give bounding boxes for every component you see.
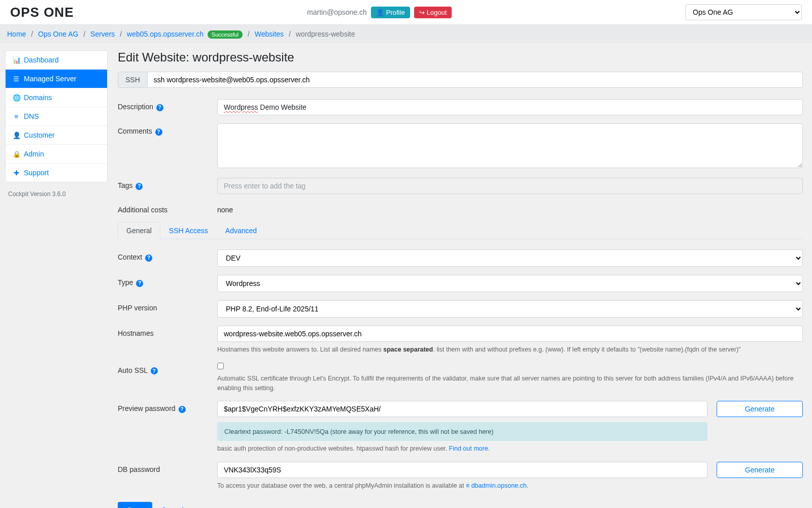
sidebar-item-support[interactable]: ✚ Support <box>6 164 107 182</box>
breadcrumb-home[interactable]: Home <box>7 30 26 38</box>
save-button[interactable]: Save <box>118 502 152 508</box>
label-db-password: DB password <box>118 465 160 473</box>
org-select[interactable]: Ops One AG <box>685 4 802 20</box>
sidebar-item-dashboard[interactable]: 📊 Dashboard <box>6 51 107 70</box>
help-icon[interactable]: ? <box>151 367 158 374</box>
sidebar-item-admin[interactable]: 🔒 Admin <box>6 145 107 164</box>
hostnames-hint: Hostnames this website answers to. List … <box>217 345 803 355</box>
sidebar-item-label: Admin <box>24 150 44 158</box>
server-icon: ☰ <box>13 75 20 83</box>
label-preview-password: Preview password <box>118 404 176 412</box>
tab-ssh-access[interactable]: SSH Access <box>160 222 217 239</box>
breadcrumb-servers[interactable]: Servers <box>90 30 115 38</box>
sidebar-item-label: Managed Server <box>24 75 77 83</box>
user-email: martin@opsone.ch <box>307 8 367 16</box>
sidebar-item-label: Customer <box>24 131 55 139</box>
tab-advanced[interactable]: Advanced <box>217 222 265 239</box>
logo: OPS ONE <box>10 5 74 20</box>
breadcrumb-current: wordpress-website <box>296 30 355 38</box>
page-title: Edit Website: wordpress-website <box>118 50 803 65</box>
db-hint: To access your database over the web, a … <box>217 481 803 491</box>
label-tags: Tags <box>118 181 133 189</box>
label-description: Description <box>118 103 153 111</box>
main-content: Edit Website: wordpress-website SSH Desc… <box>113 43 812 508</box>
breadcrumb-org[interactable]: Ops One AG <box>38 30 78 38</box>
sidebar-item-label: Domains <box>24 93 52 102</box>
generate-db-button[interactable]: Generate <box>717 462 803 478</box>
help-icon[interactable]: ? <box>136 183 143 190</box>
database-icon: ≡ <box>13 113 20 120</box>
sidebar: 📊 Dashboard ☰ Managed Server 🌐 Domains ≡… <box>0 43 113 508</box>
find-out-more-link[interactable]: Find out more. <box>449 445 490 452</box>
gauge-icon: 📊 <box>13 56 20 64</box>
globe-icon: 🌐 <box>13 94 20 102</box>
sidebar-item-dns[interactable]: ≡ DNS <box>6 107 107 126</box>
preview-password-input[interactable] <box>217 401 707 417</box>
person-icon: 👤 <box>13 132 20 139</box>
cancel-link[interactable]: Cancel <box>161 506 184 508</box>
sidebar-item-label: Support <box>24 169 49 177</box>
help-icon[interactable]: ? <box>136 280 143 287</box>
breadcrumb-websites[interactable]: Websites <box>255 30 284 38</box>
sidebar-item-managed-server[interactable]: ☰ Managed Server <box>6 70 107 88</box>
help-icon[interactable]: ? <box>179 406 186 413</box>
profile-label: Profile <box>386 9 405 16</box>
ssh-group: SSH <box>118 72 803 88</box>
ssh-addon: SSH <box>118 72 147 88</box>
label-comments: Comments <box>118 127 152 135</box>
database-icon: ≡ <box>466 482 471 489</box>
label-additional-costs: Additional costs <box>118 206 167 214</box>
label-type: Type <box>118 278 133 287</box>
help-icon[interactable]: ? <box>156 104 163 111</box>
version-text: Cockpit Version 3.6.0 <box>5 182 108 206</box>
logout-icon: ↪ <box>419 9 425 16</box>
additional-costs-value: none <box>217 206 233 214</box>
auto-ssl-hint: Automatic SSL certificate through Let's … <box>217 374 803 393</box>
breadcrumb-server[interactable]: web05.ops.opsserver.ch <box>127 30 204 38</box>
description-input[interactable] <box>217 99 803 115</box>
logout-button[interactable]: ↪ Logout <box>414 7 452 18</box>
preview-hint: basic auth protection of non-productive … <box>217 444 803 454</box>
hostnames-input[interactable] <box>217 326 803 342</box>
tabs: General SSH Access Advanced <box>118 222 803 239</box>
php-version-select[interactable]: PHP 8.2, End-of-Life 2025/11 <box>217 300 803 318</box>
help-icon[interactable]: ? <box>145 255 152 262</box>
type-select[interactable]: Wordpress <box>217 275 803 292</box>
context-select[interactable]: DEV <box>217 249 803 267</box>
life-ring-icon: ✚ <box>13 169 20 177</box>
sidebar-item-customer[interactable]: 👤 Customer <box>6 126 107 145</box>
help-icon[interactable]: ? <box>155 129 162 136</box>
label-php-version: PHP version <box>118 304 157 312</box>
db-password-input[interactable] <box>217 462 707 478</box>
label-context: Context <box>118 253 142 261</box>
tab-general[interactable]: General <box>118 222 160 239</box>
lock-icon: 🔒 <box>13 150 20 158</box>
profile-button[interactable]: 👤 Profile <box>371 7 410 18</box>
sidebar-item-label: Dashboard <box>24 56 59 64</box>
breadcrumb: Home / Ops One AG / Servers / web05.ops.… <box>0 25 812 43</box>
tags-input[interactable] <box>217 178 803 194</box>
comments-input[interactable] <box>217 123 803 168</box>
cleartext-alert: Cleartext password: -L7450NV!5Qa (store … <box>217 422 707 441</box>
user-icon: 👤 <box>376 9 384 16</box>
status-badge: Successful <box>208 30 243 39</box>
sidebar-item-label: DNS <box>24 112 39 120</box>
generate-preview-button[interactable]: Generate <box>717 401 803 417</box>
sidebar-item-domains[interactable]: 🌐 Domains <box>6 88 107 107</box>
auto-ssl-checkbox[interactable] <box>217 363 224 369</box>
label-auto-ssl: Auto SSL <box>118 366 148 374</box>
dbadmin-link[interactable]: dbadmin.opsone.ch <box>471 482 527 489</box>
header: OPS ONE martin@opsone.ch 👤 Profile ↪ Log… <box>0 0 812 25</box>
label-hostnames: Hostnames <box>118 329 154 337</box>
ssh-input[interactable] <box>147 72 803 88</box>
logout-label: Logout <box>427 9 447 16</box>
